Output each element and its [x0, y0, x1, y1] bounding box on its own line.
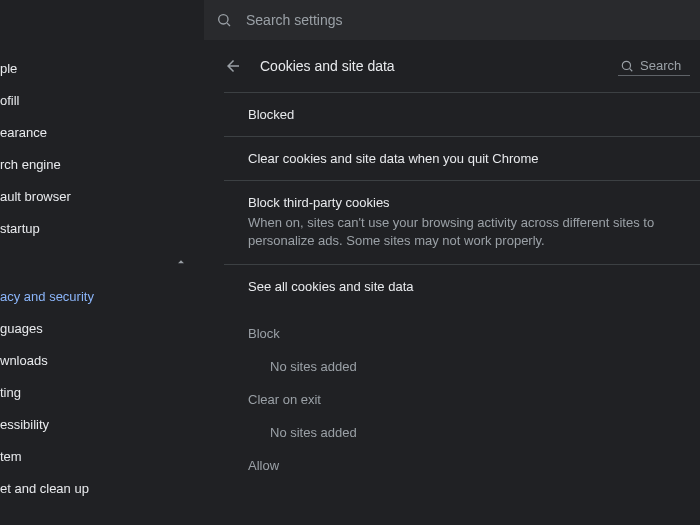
sidebar-advanced-toggle[interactable] — [0, 244, 204, 280]
row-blocked-label: Blocked — [248, 107, 680, 122]
search-settings-bar[interactable]: Search settings — [204, 0, 700, 40]
search-icon — [620, 59, 634, 73]
svg-line-1 — [227, 23, 230, 26]
row-blocked[interactable]: Blocked — [224, 92, 700, 136]
sidebar-item-default-browser[interactable]: ault browser — [0, 180, 204, 212]
svg-point-0 — [219, 15, 228, 24]
sidebar-item-reset-and-clean-up[interactable]: et and clean up — [0, 472, 204, 504]
sidebar-item-accessibility[interactable]: essibility — [0, 408, 204, 440]
sidebar-item-privacy-and-security[interactable]: acy and security — [0, 280, 204, 312]
clear-on-exit-section-label: Clear on exit — [248, 392, 700, 407]
sidebar-item-languages[interactable]: guages — [0, 312, 204, 344]
page-title: Cookies and site data — [260, 58, 395, 74]
row-clear-on-quit-label: Clear cookies and site data when you qui… — [248, 151, 680, 166]
page-search-input[interactable]: Search — [618, 56, 690, 76]
allow-section-label: Allow — [248, 458, 700, 473]
settings-sidebar: ple ofill earance rch engine ault browse… — [0, 0, 204, 525]
sidebar-item-system[interactable]: tem — [0, 440, 204, 472]
sidebar-item-downloads[interactable]: wnloads — [0, 344, 204, 376]
sidebar-item-on-startup[interactable]: startup — [0, 212, 204, 244]
chevron-up-icon — [174, 255, 188, 269]
row-see-all-label: See all cookies and site data — [248, 279, 680, 294]
page-header: Cookies and site data Search — [224, 40, 700, 92]
page-search-label: Search — [640, 58, 681, 73]
block-section-label: Block — [248, 326, 700, 341]
sidebar-item-appearance[interactable]: earance — [0, 116, 204, 148]
arrow-left-icon — [224, 57, 242, 75]
search-icon — [216, 12, 232, 28]
back-button[interactable] — [224, 57, 242, 75]
block-empty-state: No sites added — [270, 359, 700, 374]
svg-point-2 — [622, 61, 630, 69]
main-content: Cookies and site data Search Blocked Cle… — [204, 40, 700, 525]
row-third-party-title: Block third-party cookies — [248, 195, 680, 210]
sidebar-item-search-engine[interactable]: rch engine — [0, 148, 204, 180]
row-block-third-party-cookies[interactable]: Block third-party cookies When on, sites… — [224, 180, 700, 264]
row-third-party-desc: When on, sites can't use your browsing a… — [248, 214, 680, 250]
svg-line-3 — [630, 68, 633, 71]
row-see-all-cookies[interactable]: See all cookies and site data — [224, 264, 700, 308]
sidebar-item-autofill[interactable]: ofill — [0, 84, 204, 116]
sidebar-item-people[interactable]: ple — [0, 52, 204, 84]
row-clear-on-quit[interactable]: Clear cookies and site data when you qui… — [224, 136, 700, 180]
search-settings-placeholder: Search settings — [246, 12, 343, 28]
sidebar-item-printing[interactable]: ting — [0, 376, 204, 408]
clear-on-exit-empty-state: No sites added — [270, 425, 700, 440]
